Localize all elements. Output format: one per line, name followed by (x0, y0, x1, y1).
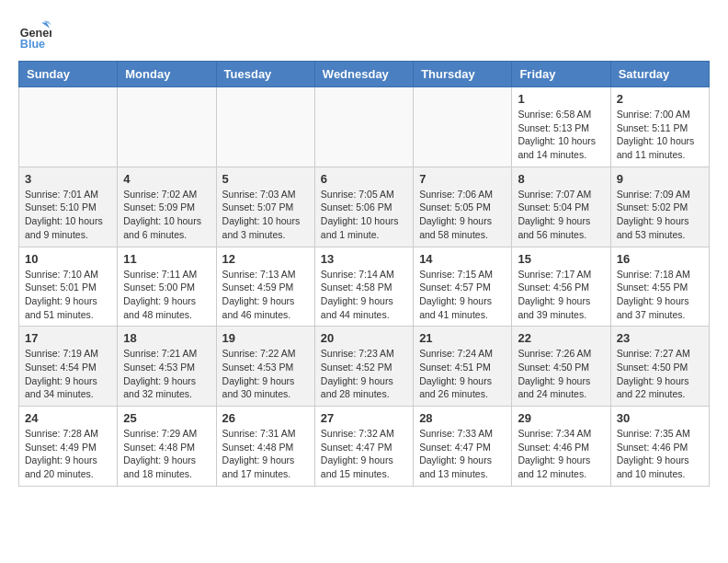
day-number: 24 (25, 411, 111, 425)
calendar-week-1: 1Sunrise: 6:58 AM Sunset: 5:13 PM Daylig… (19, 87, 710, 167)
calendar-cell: 25Sunrise: 7:29 AM Sunset: 4:48 PM Dayli… (118, 407, 216, 487)
calendar-cell: 22Sunrise: 7:26 AM Sunset: 4:50 PM Dayli… (512, 327, 610, 407)
day-info: Sunrise: 7:24 AM Sunset: 4:51 PM Dayligh… (419, 347, 506, 401)
day-number: 21 (419, 331, 506, 345)
calendar-cell (314, 87, 413, 167)
day-number: 13 (321, 252, 407, 266)
calendar-cell: 24Sunrise: 7:28 AM Sunset: 4:49 PM Dayli… (19, 407, 118, 487)
day-info: Sunrise: 7:34 AM Sunset: 4:46 PM Dayligh… (518, 427, 604, 481)
day-number: 22 (518, 331, 604, 345)
day-number: 23 (617, 331, 703, 345)
calendar-cell: 12Sunrise: 7:13 AM Sunset: 4:59 PM Dayli… (216, 247, 314, 327)
day-info: Sunrise: 7:17 AM Sunset: 4:56 PM Dayligh… (518, 268, 604, 322)
day-info: Sunrise: 7:21 AM Sunset: 4:53 PM Dayligh… (123, 347, 210, 401)
day-number: 15 (518, 252, 604, 266)
day-info: Sunrise: 7:00 AM Sunset: 5:11 PM Dayligh… (617, 108, 703, 162)
calendar-cell: 19Sunrise: 7:22 AM Sunset: 4:53 PM Dayli… (216, 327, 314, 407)
calendar-cell: 9Sunrise: 7:09 AM Sunset: 5:02 PM Daylig… (610, 167, 709, 247)
day-info: Sunrise: 7:32 AM Sunset: 4:47 PM Dayligh… (321, 427, 407, 481)
calendar-table: SundayMondayTuesdayWednesdayThursdayFrid… (18, 61, 710, 487)
calendar-cell: 28Sunrise: 7:33 AM Sunset: 4:47 PM Dayli… (414, 407, 512, 487)
day-header-thursday: Thursday (414, 62, 512, 87)
day-number: 6 (321, 172, 407, 186)
day-number: 28 (419, 411, 506, 425)
day-info: Sunrise: 7:02 AM Sunset: 5:09 PM Dayligh… (123, 188, 210, 242)
day-number: 9 (617, 172, 703, 186)
day-number: 1 (518, 92, 604, 106)
day-number: 26 (222, 411, 309, 425)
day-number: 29 (518, 411, 604, 425)
day-number: 10 (25, 252, 111, 266)
calendar-cell: 8Sunrise: 7:07 AM Sunset: 5:04 PM Daylig… (512, 167, 610, 247)
day-number: 3 (25, 172, 111, 186)
day-info: Sunrise: 7:26 AM Sunset: 4:50 PM Dayligh… (518, 347, 604, 401)
day-info: Sunrise: 7:23 AM Sunset: 4:52 PM Dayligh… (321, 347, 407, 401)
calendar-cell (414, 87, 512, 167)
calendar-cell: 10Sunrise: 7:10 AM Sunset: 5:01 PM Dayli… (19, 247, 118, 327)
day-number: 19 (222, 331, 309, 345)
day-info: Sunrise: 7:31 AM Sunset: 4:48 PM Dayligh… (222, 427, 309, 481)
calendar-cell: 29Sunrise: 7:34 AM Sunset: 4:46 PM Dayli… (512, 407, 610, 487)
calendar-cell: 4Sunrise: 7:02 AM Sunset: 5:09 PM Daylig… (118, 167, 216, 247)
day-header-sunday: Sunday (19, 62, 118, 87)
calendar-cell: 7Sunrise: 7:06 AM Sunset: 5:05 PM Daylig… (414, 167, 512, 247)
day-info: Sunrise: 6:58 AM Sunset: 5:13 PM Dayligh… (518, 108, 604, 162)
day-info: Sunrise: 7:07 AM Sunset: 5:04 PM Dayligh… (518, 188, 604, 242)
logo: General Blue (18, 18, 55, 52)
day-info: Sunrise: 7:35 AM Sunset: 4:46 PM Dayligh… (617, 427, 703, 481)
calendar-cell (118, 87, 216, 167)
day-number: 4 (123, 172, 210, 186)
calendar-cell: 6Sunrise: 7:05 AM Sunset: 5:06 PM Daylig… (314, 167, 413, 247)
day-info: Sunrise: 7:22 AM Sunset: 4:53 PM Dayligh… (222, 347, 309, 401)
day-number: 7 (419, 172, 506, 186)
calendar-cell: 23Sunrise: 7:27 AM Sunset: 4:50 PM Dayli… (610, 327, 709, 407)
calendar-cell: 11Sunrise: 7:11 AM Sunset: 5:00 PM Dayli… (118, 247, 216, 327)
day-header-tuesday: Tuesday (216, 62, 314, 87)
calendar-cell: 27Sunrise: 7:32 AM Sunset: 4:47 PM Dayli… (314, 407, 413, 487)
calendar-header-row: SundayMondayTuesdayWednesdayThursdayFrid… (19, 62, 710, 87)
calendar-cell: 16Sunrise: 7:18 AM Sunset: 4:55 PM Dayli… (610, 247, 709, 327)
day-info: Sunrise: 7:33 AM Sunset: 4:47 PM Dayligh… (419, 427, 506, 481)
calendar-cell: 2Sunrise: 7:00 AM Sunset: 5:11 PM Daylig… (610, 87, 709, 167)
day-header-monday: Monday (118, 62, 216, 87)
calendar-cell: 13Sunrise: 7:14 AM Sunset: 4:58 PM Dayli… (314, 247, 413, 327)
day-number: 27 (321, 411, 407, 425)
day-info: Sunrise: 7:15 AM Sunset: 4:57 PM Dayligh… (419, 268, 506, 322)
day-header-friday: Friday (512, 62, 610, 87)
day-info: Sunrise: 7:27 AM Sunset: 4:50 PM Dayligh… (617, 347, 703, 401)
calendar-cell (216, 87, 314, 167)
day-info: Sunrise: 7:11 AM Sunset: 5:00 PM Dayligh… (123, 268, 210, 322)
day-info: Sunrise: 7:05 AM Sunset: 5:06 PM Dayligh… (321, 188, 407, 242)
calendar-week-3: 10Sunrise: 7:10 AM Sunset: 5:01 PM Dayli… (19, 247, 710, 327)
day-info: Sunrise: 7:10 AM Sunset: 5:01 PM Dayligh… (25, 268, 111, 322)
day-header-saturday: Saturday (610, 62, 709, 87)
day-info: Sunrise: 7:18 AM Sunset: 4:55 PM Dayligh… (617, 268, 703, 322)
calendar-week-4: 17Sunrise: 7:19 AM Sunset: 4:54 PM Dayli… (19, 327, 710, 407)
calendar-cell: 1Sunrise: 6:58 AM Sunset: 5:13 PM Daylig… (512, 87, 610, 167)
day-number: 16 (617, 252, 703, 266)
day-info: Sunrise: 7:29 AM Sunset: 4:48 PM Dayligh… (123, 427, 210, 481)
calendar-cell (19, 87, 118, 167)
day-number: 14 (419, 252, 506, 266)
day-number: 20 (321, 331, 407, 345)
day-info: Sunrise: 7:19 AM Sunset: 4:54 PM Dayligh… (25, 347, 111, 401)
calendar-cell: 21Sunrise: 7:24 AM Sunset: 4:51 PM Dayli… (414, 327, 512, 407)
day-info: Sunrise: 7:13 AM Sunset: 4:59 PM Dayligh… (222, 268, 309, 322)
calendar-cell: 15Sunrise: 7:17 AM Sunset: 4:56 PM Dayli… (512, 247, 610, 327)
day-info: Sunrise: 7:03 AM Sunset: 5:07 PM Dayligh… (222, 188, 309, 242)
day-header-wednesday: Wednesday (314, 62, 413, 87)
calendar-week-5: 24Sunrise: 7:28 AM Sunset: 4:49 PM Dayli… (19, 407, 710, 487)
calendar-cell: 18Sunrise: 7:21 AM Sunset: 4:53 PM Dayli… (118, 327, 216, 407)
calendar-cell: 14Sunrise: 7:15 AM Sunset: 4:57 PM Dayli… (414, 247, 512, 327)
page-header: General Blue (18, 18, 710, 52)
day-number: 8 (518, 172, 604, 186)
svg-text:Blue: Blue (20, 38, 45, 51)
day-info: Sunrise: 7:14 AM Sunset: 4:58 PM Dayligh… (321, 268, 407, 322)
day-info: Sunrise: 7:09 AM Sunset: 5:02 PM Dayligh… (617, 188, 703, 242)
day-info: Sunrise: 7:01 AM Sunset: 5:10 PM Dayligh… (25, 188, 111, 242)
day-number: 30 (617, 411, 703, 425)
calendar-cell: 30Sunrise: 7:35 AM Sunset: 4:46 PM Dayli… (610, 407, 709, 487)
day-number: 18 (123, 331, 210, 345)
calendar-cell: 5Sunrise: 7:03 AM Sunset: 5:07 PM Daylig… (216, 167, 314, 247)
calendar-cell: 17Sunrise: 7:19 AM Sunset: 4:54 PM Dayli… (19, 327, 118, 407)
